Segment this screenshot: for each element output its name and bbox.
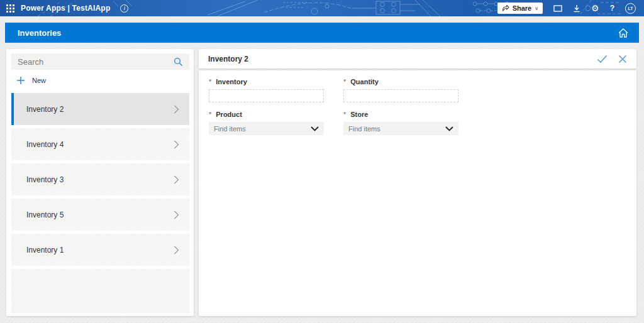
share-button[interactable]: Share ∨ <box>497 3 543 14</box>
field-label-row: * Product <box>209 111 324 118</box>
top-bar: Power Apps | TestAIApp i Share ∨ ⚙ ? <box>0 0 644 16</box>
chevron-down-icon <box>311 126 319 131</box>
list-item-label: Inventory 5 <box>26 211 64 219</box>
topbar-actions: Share ∨ ⚙ ? LT <box>497 3 644 14</box>
required-marker: * <box>209 111 211 118</box>
list-item-label: Inventory 2 <box>26 105 64 114</box>
field-store: * Store Find items <box>343 111 458 135</box>
chevron-down-icon <box>445 126 453 131</box>
search-input[interactable] <box>18 57 174 67</box>
field-label: Quantity <box>350 78 379 85</box>
chevron-right-icon <box>174 245 179 255</box>
download-icon[interactable] <box>573 4 580 13</box>
share-button-label: Share <box>513 4 532 12</box>
field-label: Store <box>350 111 368 118</box>
inventory-input[interactable] <box>209 89 324 102</box>
field-quantity: * Quantity <box>343 78 458 102</box>
list-item-inventory-3[interactable]: Inventory 3 <box>11 163 189 195</box>
info-icon[interactable]: i <box>120 4 128 13</box>
chevron-right-icon <box>174 104 179 114</box>
field-label-row: * Store <box>343 111 458 118</box>
field-label: Product <box>216 111 242 118</box>
field-label: Inventory <box>216 78 247 85</box>
settings-gear-icon[interactable]: ⚙ <box>591 4 599 13</box>
list-item-label: Inventory 3 <box>26 175 64 184</box>
field-label-row: * Inventory <box>209 78 324 85</box>
record-title: Inventory 2 <box>208 55 248 63</box>
list-item-inventory-2[interactable]: Inventory 2 <box>11 93 189 125</box>
search-icon[interactable] <box>174 57 183 67</box>
edit-form-panel: * Inventory * Quantity * Product Find it… <box>199 70 636 316</box>
field-product: * Product Find items <box>209 111 324 135</box>
record-list: Inventory 2 Inventory 4 Inventory 3 Inve… <box>11 93 189 314</box>
cancel-close-icon[interactable] <box>618 55 627 63</box>
quantity-input[interactable] <box>343 89 458 102</box>
record-list-sidebar: New Inventory 2 Inventory 4 Inventory 3 <box>6 49 194 316</box>
list-item-inventory-4[interactable]: Inventory 4 <box>11 128 189 160</box>
app-breadcrumb-title: Power Apps | TestAIApp <box>21 4 110 13</box>
field-inventory: * Inventory <box>209 78 324 102</box>
combobox-placeholder: Find items <box>348 125 380 133</box>
field-label-row: * Quantity <box>343 78 458 85</box>
required-marker: * <box>343 78 346 85</box>
power-apps-player-page: Power Apps | TestAIApp i Share ∨ ⚙ ? <box>0 0 644 323</box>
list-item-inventory-1[interactable]: Inventory 1 <box>11 234 189 266</box>
fit-to-screen-icon[interactable] <box>553 5 562 12</box>
save-check-icon[interactable] <box>597 55 608 63</box>
store-combobox[interactable]: Find items <box>343 122 458 135</box>
new-record-button[interactable]: New <box>16 75 46 86</box>
search-box[interactable] <box>11 53 189 70</box>
user-avatar[interactable]: LT <box>625 3 636 14</box>
list-item-label: Inventory 1 <box>26 246 64 255</box>
share-chevron-icon: ∨ <box>535 6 538 11</box>
app-launcher-waffle-icon[interactable] <box>6 4 14 13</box>
help-icon[interactable]: ? <box>610 4 614 13</box>
list-item-empty <box>11 269 189 314</box>
screen-header: Inventories <box>5 23 639 43</box>
share-icon <box>502 4 509 12</box>
plus-icon <box>16 76 25 85</box>
chevron-right-icon <box>174 140 179 150</box>
product-combobox[interactable]: Find items <box>209 122 324 135</box>
required-marker: * <box>343 111 346 118</box>
combobox-placeholder: Find items <box>214 125 246 133</box>
home-icon[interactable] <box>618 28 629 38</box>
chevron-right-icon <box>174 210 179 220</box>
list-item-inventory-5[interactable]: Inventory 5 <box>11 199 189 231</box>
list-item-label: Inventory 4 <box>26 140 64 149</box>
required-marker: * <box>209 78 211 85</box>
record-actions <box>597 55 627 63</box>
new-button-label: New <box>32 77 46 84</box>
chevron-right-icon <box>174 175 179 185</box>
page-title: Inventories <box>18 28 61 38</box>
record-header-bar: Inventory 2 <box>199 49 636 68</box>
